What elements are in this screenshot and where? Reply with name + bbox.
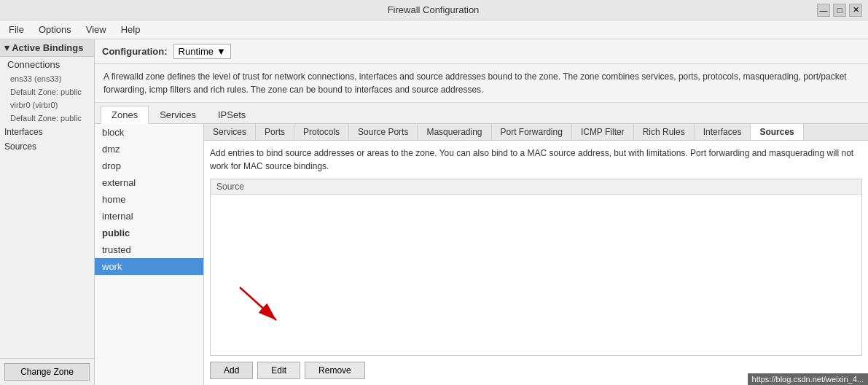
chevron-down-icon: ▾ [4, 42, 12, 53]
connections-label: Connections [7, 59, 60, 70]
svg-line-1 [240, 287, 276, 320]
sidebar-conn1-name[interactable]: ens33 (ens33) [0, 72, 94, 85]
inner-layout: block dmz drop external home internal pu… [95, 124, 868, 385]
sources-description: Add entries to bind source addresses or … [210, 147, 862, 173]
zone-block[interactable]: block [95, 124, 203, 141]
inner-tab-port-forwarding[interactable]: Port Forwarding [492, 124, 572, 140]
tab-services[interactable]: Services [149, 106, 207, 123]
sidebar-conn2-name[interactable]: virbr0 (virbr0) [0, 98, 94, 112]
menubar: File Options View Help [0, 20, 868, 39]
remove-button[interactable]: Remove [305, 362, 365, 379]
inner-tab-sources[interactable]: Sources [751, 124, 803, 141]
zone-list: block dmz drop external home internal pu… [95, 124, 204, 385]
config-dropdown[interactable]: Runtime ▼ [173, 44, 231, 59]
menu-file[interactable]: File [3, 23, 30, 36]
zones-tabs: Zones Services IPSets [95, 103, 868, 124]
zone-external[interactable]: external [95, 174, 203, 191]
inner-tab-source-ports[interactable]: Source Ports [349, 124, 418, 140]
sources-list[interactable]: Source [210, 179, 862, 356]
inner-tab-interfaces[interactable]: Interfaces [695, 124, 751, 140]
inner-tab-ports[interactable]: Ports [256, 124, 294, 140]
sidebar-conn1-sub: Default Zone: public [0, 85, 94, 98]
menu-options[interactable]: Options [33, 23, 77, 36]
add-button[interactable]: Add [210, 362, 253, 379]
active-bindings-header[interactable]: ▾ Active Bindings [0, 39, 94, 57]
inner-tabs: Services Ports Protocols Source Ports Ma… [204, 124, 868, 141]
window-title: Firewall Configuration [50, 4, 817, 15]
sidebar: ▾ Active Bindings Connections ens33 (ens… [0, 39, 95, 385]
tab-panel: Services Ports Protocols Source Ports Ma… [204, 124, 868, 385]
sources-list-header: Source [211, 179, 861, 195]
inner-tab-protocols[interactable]: Protocols [294, 124, 349, 140]
zone-work[interactable]: work [95, 258, 203, 275]
sidebar-footer: Change Zone [0, 358, 94, 385]
config-label: Configuration: [102, 46, 168, 57]
dropdown-arrow-icon: ▼ [216, 46, 226, 57]
active-bindings-label: Active Bindings [12, 42, 83, 53]
tab-ipsets[interactable]: IPSets [207, 106, 257, 123]
edit-button[interactable]: Edit [257, 362, 300, 379]
sidebar-connections: Connections [0, 57, 94, 72]
maximize-button[interactable]: □ [833, 4, 846, 17]
menu-help[interactable]: Help [115, 23, 146, 36]
arrow-indicator [232, 280, 291, 333]
inner-tab-icmp-filter[interactable]: ICMP Filter [572, 124, 634, 140]
zone-drop[interactable]: drop [95, 158, 203, 174]
main-layout: ▾ Active Bindings Connections ens33 (ens… [0, 39, 868, 385]
inner-tab-masquerading[interactable]: Masquerading [418, 124, 491, 140]
sidebar-conn2-sub: Default Zone: public [0, 112, 94, 125]
config-value: Runtime [179, 46, 214, 57]
sidebar-item-interfaces[interactable]: Interfaces [0, 125, 94, 139]
zone-public[interactable]: public [95, 225, 203, 241]
change-zone-button[interactable]: Change Zone [4, 363, 90, 381]
minimize-button[interactable]: — [817, 4, 830, 17]
zone-internal[interactable]: internal [95, 208, 203, 225]
inner-tab-rich-rules[interactable]: Rich Rules [634, 124, 695, 140]
info-text: A firewalld zone defines the level of tr… [95, 64, 868, 103]
zone-dmz[interactable]: dmz [95, 141, 203, 158]
content-area: A firewalld zone defines the level of tr… [95, 64, 868, 385]
config-bar: Configuration: Runtime ▼ [95, 39, 868, 64]
zone-home[interactable]: home [95, 191, 203, 208]
right-panel: Configuration: Runtime ▼ A firewalld zon… [95, 39, 868, 385]
sources-panel: Add entries to bind source addresses or … [204, 141, 868, 385]
inner-tab-services[interactable]: Services [204, 124, 256, 140]
tab-zones[interactable]: Zones [101, 106, 149, 124]
buttons-row: Add Edit Remove [210, 362, 862, 379]
menu-view[interactable]: View [80, 23, 112, 36]
window-controls: — □ ✕ [817, 4, 862, 17]
close-button[interactable]: ✕ [849, 4, 862, 17]
sidebar-item-sources[interactable]: Sources [0, 139, 94, 154]
titlebar: Firewall Configuration — □ ✕ [0, 0, 868, 20]
zone-trusted[interactable]: trusted [95, 241, 203, 258]
